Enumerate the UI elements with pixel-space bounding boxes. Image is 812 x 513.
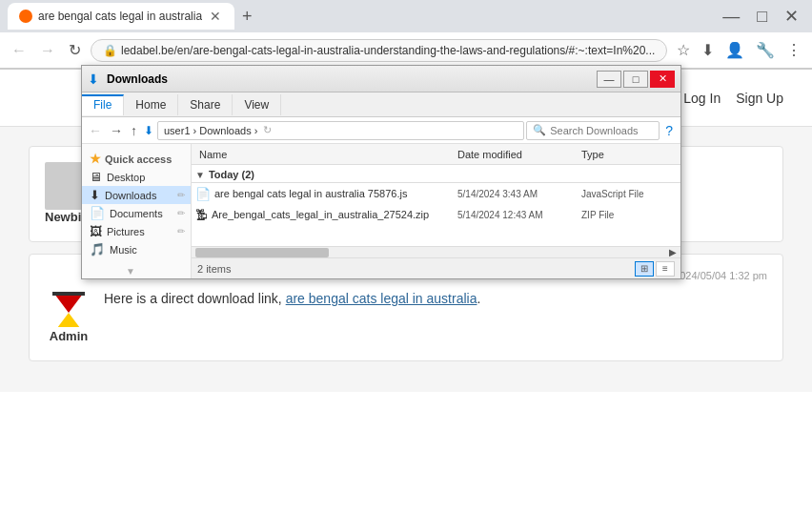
security-icon: 🔒 xyxy=(103,44,117,57)
fe-file-name-zip: Are_bengal_cats_legal_in_australia_27524… xyxy=(212,209,457,220)
tab-close-button[interactable]: ✕ xyxy=(208,7,223,26)
fe-sidebar-item-desktop[interactable]: 🖥 Desktop xyxy=(82,168,191,186)
fe-breadcrumb-icon: ⬇ xyxy=(144,124,153,137)
extension-icon[interactable]: 🔧 xyxy=(752,39,779,61)
fe-ribbon-tab-view[interactable]: View xyxy=(233,94,281,115)
browser-close-button[interactable]: ✕ xyxy=(779,4,804,29)
fe-group-label-today: Today (2) xyxy=(209,169,254,180)
fe-sidebar-label-music: Music xyxy=(110,244,137,256)
fe-sidebar-group-quickaccess: ★ Quick access xyxy=(82,148,191,168)
fe-ribbon-tab-file[interactable]: File xyxy=(82,94,124,115)
fe-body: ★ Quick access 🖥 Desktop ⬇ Downloads ✏ 📄… xyxy=(82,144,680,278)
fe-sidebar-label-pictures: Pictures xyxy=(107,226,145,237)
fe-file-icon-zip: 🗜 xyxy=(195,208,208,222)
back-button[interactable]: ← xyxy=(8,40,30,61)
fe-back-button[interactable]: ← xyxy=(86,121,105,140)
fe-col-type-header: Type xyxy=(581,149,677,160)
fe-path: user1 › Downloads › xyxy=(164,125,257,136)
fe-hscroll-thumb xyxy=(195,248,329,257)
url-box[interactable]: 🔒 ledabel.be/en/are-bengal-cats-legal-in… xyxy=(91,39,667,62)
fe-group-today: ▼ Today (2) xyxy=(192,167,680,183)
fe-sidebar-item-downloads[interactable]: ⬇ Downloads ✏ xyxy=(82,186,191,204)
file-explorer-titlebar: ⬇ Downloads — □ ✕ xyxy=(82,66,680,92)
quickaccess-star-icon: ★ xyxy=(90,152,101,166)
file-explorer-window: ⬇ Downloads — □ ✕ File Home Share View ←… xyxy=(81,65,681,279)
fe-ribbon-tab-home[interactable]: Home xyxy=(124,94,178,115)
fe-help-button[interactable]: ? xyxy=(661,121,677,140)
documents-folder-icon: 📄 xyxy=(90,206,105,220)
fe-sidebar-label-desktop: Desktop xyxy=(107,172,145,183)
fe-minimize-button[interactable]: — xyxy=(597,71,621,88)
fe-main-area: Name Date modified Type ▼ Today (2) 📄 ar… xyxy=(192,144,680,278)
tab-favicon xyxy=(19,10,32,23)
new-tab-button[interactable]: + xyxy=(238,3,256,31)
fe-column-header: Name Date modified Type xyxy=(192,144,680,165)
browser-chrome: are bengal cats legal in australia ✕ + —… xyxy=(0,0,812,70)
svg-marker-1 xyxy=(54,313,83,327)
fe-statusbar: 2 items ⊞ ≡ xyxy=(192,257,680,278)
fe-ribbon: File Home Share View xyxy=(82,92,680,117)
browser-maximize-button[interactable]: □ xyxy=(751,5,773,29)
downloads-pin-icon: ✏ xyxy=(177,190,185,200)
fe-group-chevron: ▼ xyxy=(195,170,205,180)
fe-col-name-header: Name xyxy=(195,149,457,160)
forward-button[interactable]: → xyxy=(36,40,59,61)
browser-tab[interactable]: are bengal cats legal in australia ✕ xyxy=(8,3,234,30)
fe-search-box[interactable]: 🔍 xyxy=(526,121,660,140)
fe-sidebar-label-downloads: Downloads xyxy=(105,190,156,201)
music-folder-icon: 🎵 xyxy=(90,242,105,256)
download-icon[interactable]: ⬇ xyxy=(698,39,718,61)
hourglass-icon xyxy=(50,289,88,327)
url-text: ledabel.be/en/are-bengal-cats-legal-in-a… xyxy=(121,44,655,57)
fe-search-icon: 🔍 xyxy=(533,124,546,136)
fe-forward-button[interactable]: → xyxy=(107,121,126,140)
browser-icons: ☆ ⬇ 👤 🔧 ⋮ xyxy=(673,39,805,61)
fe-ribbon-tab-share[interactable]: Share xyxy=(178,94,233,115)
user-label-admin: Admin xyxy=(50,329,88,343)
file-explorer-title: Downloads xyxy=(103,72,593,86)
browser-minimize-button[interactable]: — xyxy=(717,5,745,29)
svg-marker-0 xyxy=(54,294,83,313)
fe-file-type-js: JavaScript File xyxy=(581,189,677,199)
fe-refresh-icon[interactable]: ↻ xyxy=(263,124,272,136)
reload-button[interactable]: ↻ xyxy=(65,39,85,61)
fe-hscroll[interactable]: ▶ xyxy=(192,246,680,257)
fe-file-icon-js: 📄 xyxy=(195,187,211,201)
fe-hscroll-arrow-right[interactable]: ▶ xyxy=(669,247,680,257)
browser-window-controls: — □ ✕ xyxy=(717,4,804,29)
fe-sidebar-item-documents[interactable]: 📄 Documents ✏ xyxy=(82,204,191,222)
login-link[interactable]: Log In xyxy=(683,91,721,106)
fe-file-date-zip: 5/14/2024 12:43 AM xyxy=(457,210,581,220)
address-bar: ← → ↻ 🔒 ledabel.be/en/are-bengal-cats-le… xyxy=(0,32,812,69)
tab-title: are bengal cats legal in australia xyxy=(38,10,202,23)
fe-search-input[interactable] xyxy=(550,125,653,136)
documents-pin-icon: ✏ xyxy=(177,208,185,218)
fe-view-buttons: ⊞ ≡ xyxy=(635,261,675,277)
fe-breadcrumb[interactable]: user1 › Downloads › ↻ xyxy=(157,121,524,140)
bookmark-icon[interactable]: ☆ xyxy=(673,39,694,61)
fe-view-btn-details[interactable]: ⊞ xyxy=(635,261,654,277)
post-download-link[interactable]: are bengal cats legal in australia xyxy=(286,291,477,306)
desktop-folder-icon: 🖥 xyxy=(90,170,102,184)
site-auth: Log In Sign Up xyxy=(683,91,783,106)
downloads-folder-icon: ⬇ xyxy=(90,188,100,202)
fe-file-row-js[interactable]: 📄 are bengal cats legal in australia 758… xyxy=(192,183,680,204)
post-content-2: Here is a direct download link, are beng… xyxy=(104,289,480,309)
menu-icon[interactable]: ⋮ xyxy=(782,39,805,61)
fe-sidebar-group-label: Quick access xyxy=(105,154,172,165)
fe-sidebar-item-music[interactable]: 🎵 Music xyxy=(82,240,191,258)
fe-sidebar-item-pictures[interactable]: 🖼 Pictures ✏ xyxy=(82,222,191,240)
fe-view-btn-list[interactable]: ≡ xyxy=(656,261,675,277)
svg-rect-2 xyxy=(52,292,85,296)
admin-avatar xyxy=(50,289,88,327)
fe-file-row-zip[interactable]: 🗜 Are_bengal_cats_legal_in_australia_275… xyxy=(192,204,680,225)
fe-item-count: 2 items xyxy=(197,263,231,275)
fe-up-button[interactable]: ↑ xyxy=(128,121,140,140)
fe-maximize-button[interactable]: □ xyxy=(623,71,648,88)
fe-sidebar: ★ Quick access 🖥 Desktop ⬇ Downloads ✏ 📄… xyxy=(82,144,192,278)
pictures-pin-icon: ✏ xyxy=(177,226,185,236)
fe-file-date-js: 5/14/2024 3:43 AM xyxy=(457,189,581,199)
profile-icon[interactable]: 👤 xyxy=(721,39,748,61)
fe-close-button[interactable]: ✕ xyxy=(650,71,675,88)
signup-link[interactable]: Sign Up xyxy=(736,91,783,106)
